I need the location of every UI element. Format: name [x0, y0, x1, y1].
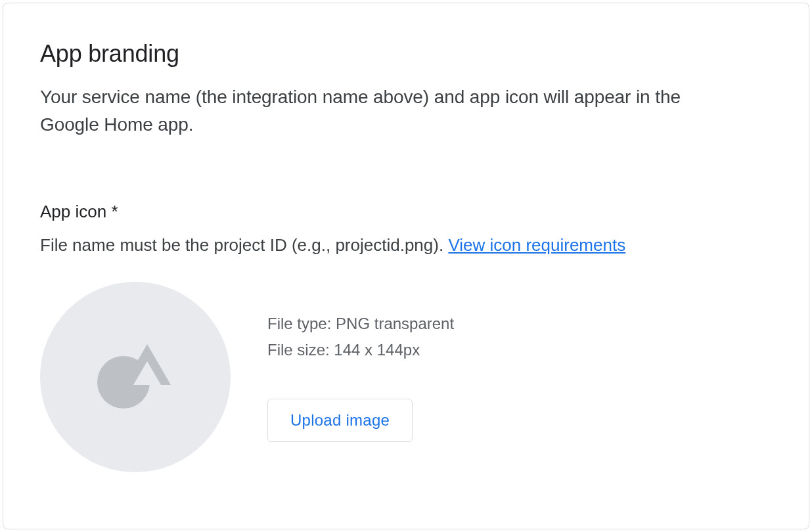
- upload-row: File type: PNG transparent File size: 14…: [40, 282, 772, 472]
- icon-preview-placeholder: [40, 282, 231, 472]
- upload-image-button[interactable]: Upload image: [267, 399, 413, 442]
- file-type-spec: File type: PNG transparent: [267, 312, 454, 336]
- placeholder-shapes-icon: [96, 344, 175, 410]
- hint-text: File name must be the project ID (e.g., …: [40, 235, 448, 255]
- app-icon-label: App icon *: [40, 202, 772, 222]
- view-icon-requirements-link[interactable]: View icon requirements: [448, 235, 625, 255]
- app-branding-card: App branding Your service name (the inte…: [3, 3, 809, 529]
- app-icon-hint: File name must be the project ID (e.g., …: [40, 235, 772, 255]
- section-title: App branding: [40, 40, 772, 68]
- file-size-spec: File size: 144 x 144px: [267, 338, 454, 362]
- upload-info: File type: PNG transparent File size: 14…: [267, 312, 454, 442]
- section-description: Your service name (the integration name …: [40, 83, 736, 139]
